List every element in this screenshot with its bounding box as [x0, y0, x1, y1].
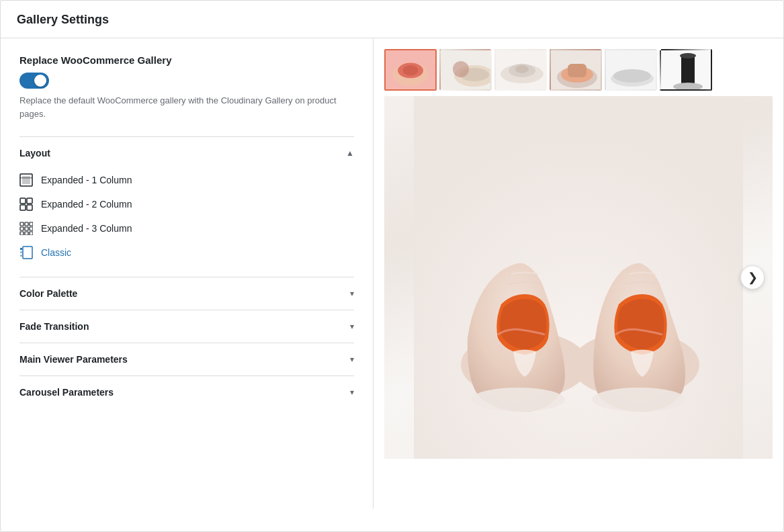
next-button[interactable]: ❯ [740, 265, 765, 290]
thumbnail-2[interactable] [439, 49, 492, 91]
svg-rect-17 [20, 248, 22, 250]
layout-option-classic[interactable]: Classic [19, 245, 354, 261]
layout-icon-3col [19, 222, 33, 235]
main-image-container: ❯ [384, 96, 773, 459]
toggle-thumb [34, 75, 46, 87]
fade-transition-accordion-header[interactable]: Fade Transition ▾ [19, 310, 354, 343]
shoe-main-image [384, 96, 773, 459]
page-title: Gallery Settings [17, 13, 767, 27]
carousel-section: Carousel Parameters ▾ [19, 375, 354, 408]
svg-rect-13 [20, 232, 24, 235]
layout-option-1col-label: Expanded - 1 Column [41, 175, 132, 185]
page-content: Replace WooCommerce Gallery Replace the … [1, 38, 783, 508]
svg-point-23 [403, 65, 419, 75]
thumbnail-5[interactable] [605, 49, 657, 91]
thumbnail-6[interactable] [660, 49, 712, 91]
thumbnail-3[interactable] [494, 49, 547, 91]
fade-transition-title: Fade Transition [19, 321, 89, 332]
thumbnail-1[interactable] [384, 49, 437, 91]
next-icon: ❯ [748, 270, 758, 285]
svg-rect-7 [20, 222, 24, 226]
svg-point-41 [673, 83, 703, 91]
main-viewer-title: Main Viewer Parameters [19, 354, 128, 365]
svg-rect-35 [568, 64, 586, 77]
layout-options: Expanded - 1 Column [19, 169, 354, 266]
svg-rect-14 [25, 232, 28, 235]
svg-point-45 [471, 388, 565, 412]
svg-rect-16 [23, 247, 32, 259]
color-palette-title: Color Palette [19, 288, 77, 299]
svg-point-47 [592, 388, 686, 412]
page-header: Gallery Settings [1, 1, 783, 38]
layout-option-classic-label: Classic [41, 247, 71, 258]
thumbnail-strip [384, 49, 773, 91]
layout-chevron: ▲ [346, 148, 354, 158]
svg-rect-2 [20, 177, 32, 179]
svg-rect-19 [20, 255, 22, 257]
svg-rect-15 [30, 232, 33, 235]
color-palette-chevron: ▾ [350, 289, 354, 298]
svg-rect-43 [414, 96, 743, 459]
thumbnail-4[interactable] [550, 49, 602, 91]
replace-gallery-toggle[interactable] [19, 73, 49, 89]
layout-section: Layout ▲ [19, 136, 354, 277]
layout-icon-1col [19, 173, 33, 187]
page-wrapper: Gallery Settings Replace WooCommerce Gal… [0, 0, 784, 532]
layout-option-2col[interactable]: Expanded - 2 Column [19, 196, 354, 212]
svg-point-31 [515, 65, 529, 73]
svg-rect-10 [20, 227, 24, 230]
svg-rect-9 [30, 222, 33, 226]
svg-rect-4 [27, 198, 32, 204]
replace-gallery-title: Replace WooCommerce Gallery [19, 54, 354, 66]
layout-title: Layout [19, 148, 50, 159]
fade-transition-chevron: ▾ [350, 322, 354, 331]
fade-transition-section: Fade Transition ▾ [19, 310, 354, 343]
svg-rect-11 [25, 227, 28, 230]
layout-icon-2col [19, 197, 33, 211]
layout-body: Expanded - 1 Column [19, 169, 354, 277]
main-viewer-section: Main Viewer Parameters ▾ [19, 343, 354, 375]
layout-accordion-header[interactable]: Layout ▲ [19, 137, 354, 169]
svg-rect-6 [27, 205, 32, 210]
color-palette-section: Color Palette ▾ [19, 277, 354, 310]
left-panel: Replace WooCommerce Gallery Replace the … [1, 38, 374, 508]
toggle-track [19, 73, 49, 89]
svg-rect-3 [20, 198, 26, 204]
right-panel: ❯ [374, 38, 783, 508]
color-palette-accordion-header[interactable]: Color Palette ▾ [19, 277, 354, 310]
carousel-title: Carousel Parameters [19, 387, 114, 398]
svg-rect-18 [20, 251, 22, 253]
layout-option-3col[interactable]: Expanded - 3 Column [19, 220, 354, 236]
svg-point-42 [680, 53, 696, 58]
svg-point-38 [613, 69, 651, 83]
layout-option-1col[interactable]: Expanded - 1 Column [19, 172, 354, 188]
layout-icon-classic [19, 246, 33, 259]
carousel-chevron: ▾ [350, 388, 354, 397]
svg-rect-40 [681, 56, 695, 87]
svg-rect-5 [20, 205, 26, 210]
replace-gallery-section: Replace WooCommerce Gallery Replace the … [19, 54, 354, 120]
svg-rect-8 [25, 222, 28, 226]
svg-point-27 [453, 61, 469, 77]
replace-gallery-desc: Replace the default WooCommerce gallery … [19, 94, 354, 120]
svg-rect-1 [22, 176, 30, 184]
main-viewer-chevron: ▾ [350, 355, 354, 364]
toggle-row [19, 73, 354, 89]
main-viewer-accordion-header[interactable]: Main Viewer Parameters ▾ [19, 343, 354, 375]
layout-option-3col-label: Expanded - 3 Column [41, 223, 132, 234]
svg-rect-12 [30, 227, 33, 230]
layout-option-2col-label: Expanded - 2 Column [41, 199, 132, 210]
carousel-accordion-header[interactable]: Carousel Parameters ▾ [19, 376, 354, 408]
